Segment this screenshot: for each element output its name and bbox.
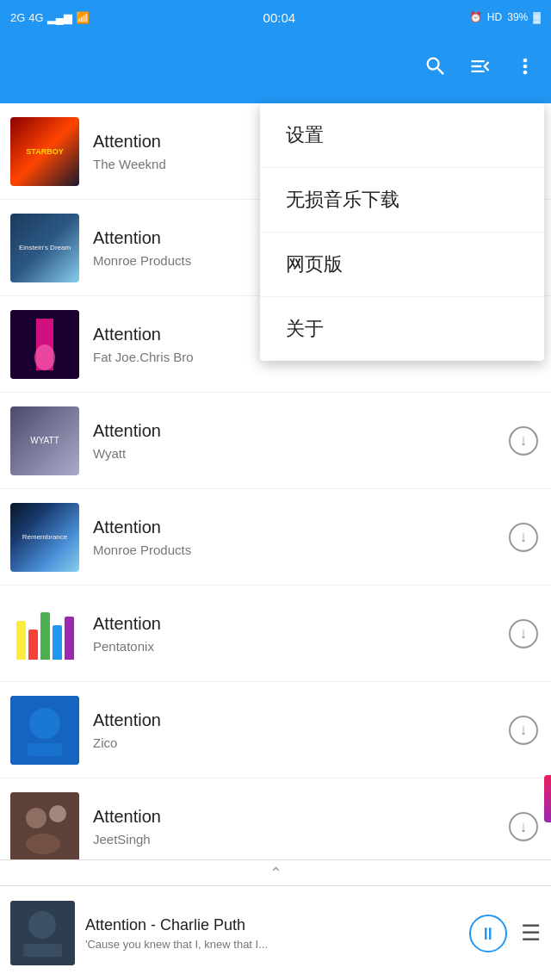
- svg-rect-5: [28, 743, 62, 756]
- song-info: Attention Monroe Products: [93, 518, 506, 557]
- album-art: WYATT: [10, 406, 79, 475]
- download-button[interactable]: [506, 809, 541, 844]
- alarm-icon: ⏰: [469, 11, 482, 23]
- download-icon: [509, 523, 538, 552]
- song-artist: Pentatonix: [93, 639, 506, 654]
- queue-button[interactable]: [468, 54, 492, 84]
- battery-percent: 39%: [507, 11, 528, 23]
- now-playing-lyric: 'Cause you knew that I, knew that I...: [85, 938, 326, 951]
- menu-item-settings[interactable]: 设置: [260, 103, 544, 168]
- hd-icon: HD: [487, 11, 502, 23]
- battery-icon: ▓: [533, 11, 541, 23]
- chevron-up-icon: ⌃: [269, 864, 282, 883]
- song-item[interactable]: WYATT Attention Wyatt: [0, 393, 551, 489]
- download-icon: [509, 812, 538, 841]
- menu-item-web[interactable]: 网页版: [260, 233, 544, 297]
- svg-point-2: [34, 344, 55, 370]
- pause-button[interactable]: ⏸: [469, 915, 507, 952]
- wifi-icon: 📶: [76, 11, 90, 24]
- signal-indicators: 2G 4G ▂▄▆ 📶: [10, 11, 90, 24]
- album-art: [10, 599, 79, 668]
- svg-point-9: [26, 834, 60, 854]
- dropdown-menu: 设置 无损音乐下载 网页版 关于: [260, 103, 544, 361]
- song-info: Attention Pentatonix: [93, 614, 506, 654]
- song-artist: Wyatt: [93, 446, 506, 461]
- album-art: [10, 696, 79, 765]
- song-title: Attention: [93, 518, 506, 537]
- album-art: Einstein's Dream: [10, 214, 79, 282]
- song-item[interactable]: Attention Zico: [0, 682, 551, 778]
- playlist-button[interactable]: ☰: [521, 920, 541, 946]
- svg-rect-12: [23, 944, 62, 957]
- album-art: Remembrance: [10, 503, 79, 572]
- color-strip: [544, 775, 551, 822]
- system-icons: ⏰ HD 39% ▓: [469, 11, 541, 23]
- download-button[interactable]: [506, 424, 541, 458]
- playlist-icon: ☰: [521, 920, 541, 946]
- svg-point-8: [49, 805, 66, 822]
- svg-point-11: [28, 911, 56, 939]
- now-playing-handle[interactable]: ⌃: [0, 859, 551, 885]
- pause-icon: ⏸: [480, 925, 497, 942]
- signal-bars-icon: ▂▄▆: [47, 11, 72, 24]
- download-button[interactable]: [506, 617, 541, 651]
- signal-4g: 4G: [28, 11, 43, 24]
- album-art: [10, 792, 79, 861]
- album-art: [10, 310, 79, 379]
- song-artist: Zico: [93, 735, 506, 750]
- menu-item-lossless[interactable]: 无损音乐下载: [260, 168, 544, 233]
- download-icon: [509, 426, 538, 456]
- song-info: Attention JeetSingh: [93, 807, 506, 847]
- song-item[interactable]: Attention Pentatonix: [0, 586, 551, 682]
- more-button[interactable]: [513, 54, 537, 84]
- song-title: Attention: [93, 807, 506, 827]
- song-artist: Monroe Products: [93, 543, 506, 557]
- now-playing-info: Attention - Charlie Puth 'Cause you knew…: [85, 916, 459, 951]
- song-item[interactable]: Remembrance Attention Monroe Products: [0, 489, 551, 586]
- svg-point-4: [29, 708, 60, 739]
- download-button[interactable]: [506, 520, 541, 555]
- menu-item-about[interactable]: 关于: [260, 297, 544, 361]
- toolbar: [0, 34, 551, 103]
- download-icon: [509, 619, 538, 648]
- now-playing-bar: Attention - Charlie Puth 'Cause you knew…: [0, 885, 551, 980]
- download-icon: [509, 716, 538, 745]
- download-button[interactable]: [506, 713, 541, 747]
- song-title: Attention: [93, 710, 506, 730]
- song-artist: JeetSingh: [93, 832, 506, 847]
- album-art: STARBOY: [10, 117, 79, 186]
- song-title: Attention: [93, 421, 506, 441]
- signal-2g: 2G: [10, 11, 25, 24]
- search-button[interactable]: [424, 54, 448, 84]
- song-title: Attention: [93, 614, 506, 634]
- status-bar: 2G 4G ▂▄▆ 📶 00:04 ⏰ HD 39% ▓: [0, 0, 551, 34]
- song-info: Attention Zico: [93, 710, 506, 750]
- now-playing-controls: ⏸ ☰: [469, 915, 541, 952]
- now-playing-art: [10, 901, 75, 965]
- now-playing-title: Attention - Charlie Puth: [85, 916, 459, 934]
- clock: 00:04: [263, 10, 296, 25]
- svg-point-7: [26, 808, 46, 828]
- song-info: Attention Wyatt: [93, 421, 506, 461]
